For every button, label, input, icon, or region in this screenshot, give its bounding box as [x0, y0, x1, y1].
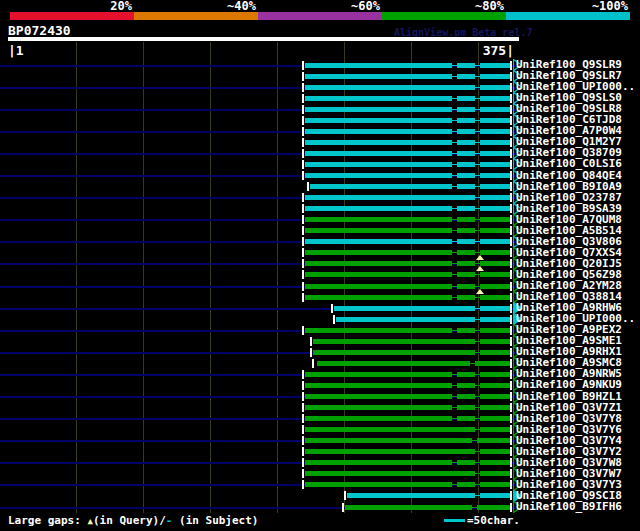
- alignment-bar[interactable]: [305, 394, 511, 399]
- alignment-bar[interactable]: [305, 217, 511, 222]
- alignment-end-tick: [510, 182, 512, 191]
- alignment-end-tick: [510, 237, 512, 246]
- alignment-bar[interactable]: [305, 195, 511, 200]
- alignment-start-tick: [307, 182, 309, 191]
- alignment-bar-segment: [305, 482, 452, 487]
- alignment-bar[interactable]: [305, 151, 511, 156]
- alignment-bar[interactable]: [305, 328, 511, 333]
- alignment-start-tick: [302, 392, 304, 401]
- alignment-start-tick: [302, 83, 304, 92]
- hit-label[interactable]: UniRef100_A9NKU9: [516, 379, 622, 390]
- alignment-end-tick: [510, 469, 512, 478]
- alignment-bar[interactable]: [313, 339, 511, 344]
- alignment-bar-segment: [480, 239, 511, 244]
- hit-label[interactable]: UniRef100_B9IFH6: [516, 501, 622, 512]
- alignment-start-tick: [302, 403, 304, 412]
- alignment-bar[interactable]: [310, 184, 511, 189]
- alignment-bar-segment: [480, 272, 511, 277]
- alignment-bar-segment: [345, 505, 472, 510]
- identity-scale-segment: [506, 12, 630, 20]
- alignment-start-tick: [302, 105, 304, 114]
- alignment-bar[interactable]: [336, 317, 511, 322]
- alignment-bar[interactable]: [347, 493, 511, 498]
- alignment-bar-segment: [480, 118, 511, 123]
- alignment-bar[interactable]: [305, 140, 511, 145]
- alignment-bar[interactable]: [305, 460, 511, 465]
- alignment-start-tick: [310, 337, 312, 346]
- alignment-end-tick: [510, 116, 512, 125]
- alignment-bar[interactable]: [305, 228, 511, 233]
- alignment-start-tick: [302, 370, 304, 379]
- alignment-start-tick: [302, 282, 304, 291]
- alignment-bar-segment: [457, 118, 475, 123]
- alignment-bar-segment: [305, 471, 475, 476]
- identity-scale-label: ~60%: [310, 0, 380, 12]
- alignment-bar-segment: [457, 284, 475, 289]
- alignment-start-tick: [302, 193, 304, 202]
- alignment-bar-segment: [457, 74, 475, 79]
- alignment-bar[interactable]: [305, 129, 511, 134]
- alignment-bar-segment: [475, 361, 511, 366]
- alignment-bar[interactable]: [305, 482, 511, 487]
- alignment-bar[interactable]: [305, 239, 511, 244]
- alignment-bar[interactable]: [305, 372, 511, 377]
- alignment-bar-segment: [480, 63, 511, 68]
- alignment-bar[interactable]: [305, 206, 511, 211]
- alignment-start-tick: [302, 447, 304, 456]
- ruler-gridline: [277, 42, 278, 513]
- alignment-start-tick: [302, 425, 304, 434]
- alignment-bar-segment: [305, 206, 452, 211]
- alignment-bar-segment: [480, 85, 511, 90]
- alignment-bar-segment: [457, 184, 475, 189]
- alignment-start-tick: [302, 259, 304, 268]
- alignment-bar-segment: [457, 482, 475, 487]
- alignment-bar[interactable]: [305, 449, 511, 454]
- alignment-end-tick: [510, 326, 512, 335]
- alignment-bar[interactable]: [317, 361, 511, 366]
- alignment-start-tick: [302, 270, 304, 279]
- alignment-bar[interactable]: [305, 427, 511, 432]
- alignment-bar[interactable]: [305, 405, 511, 410]
- alignment-bar[interactable]: [305, 74, 511, 79]
- alignment-start-tick: [302, 171, 304, 180]
- alignment-bar-segment: [457, 272, 475, 277]
- alignment-bar[interactable]: [305, 107, 511, 112]
- alignment-bar[interactable]: [305, 85, 511, 90]
- alignment-bar[interactable]: [313, 350, 511, 355]
- alignment-end-tick: [510, 83, 512, 92]
- alignment-bar-segment: [310, 184, 452, 189]
- alignment-start-tick: [302, 149, 304, 158]
- scale-legend-swatch: [444, 519, 465, 522]
- alignment-bar-segment: [480, 416, 511, 421]
- alignment-bar-segment: [457, 129, 475, 134]
- alignment-bar-segment: [305, 261, 452, 266]
- hit-label[interactable]: UniRef100_C0LSI6: [516, 158, 622, 169]
- alignment-bar-segment: [305, 85, 475, 90]
- alignment-bar-segment: [480, 217, 511, 222]
- identity-scale-segment: [258, 12, 382, 20]
- alignment-bar-segment: [480, 151, 511, 156]
- alignment-bar-segment: [457, 372, 475, 377]
- alignment-bar[interactable]: [305, 383, 511, 388]
- alignment-bar-segment: [305, 74, 452, 79]
- alignment-bar-segment: [457, 162, 475, 167]
- alignment-bar[interactable]: [305, 416, 511, 421]
- alignment-bar-segment: [305, 173, 452, 178]
- alignment-bar-segment: [457, 239, 475, 244]
- alignment-bar-segment: [305, 383, 452, 388]
- alignment-bar-segment: [480, 74, 511, 79]
- alignment-bar[interactable]: [305, 63, 511, 68]
- alignment-bar[interactable]: [305, 162, 511, 167]
- alignment-end-tick: [510, 304, 512, 313]
- alignment-bar[interactable]: [305, 438, 511, 443]
- alignment-bar[interactable]: [305, 471, 511, 476]
- alignment-bar[interactable]: [305, 173, 511, 178]
- alignment-bar[interactable]: [305, 295, 511, 300]
- alignment-bar[interactable]: [305, 96, 511, 101]
- alignment-bar[interactable]: [305, 118, 511, 123]
- ruler-gridline: [143, 42, 144, 513]
- alignment-bar[interactable]: [345, 505, 511, 510]
- alignment-bar[interactable]: [305, 272, 511, 277]
- alignment-bar-segment: [305, 63, 452, 68]
- alignment-bar[interactable]: [334, 306, 511, 311]
